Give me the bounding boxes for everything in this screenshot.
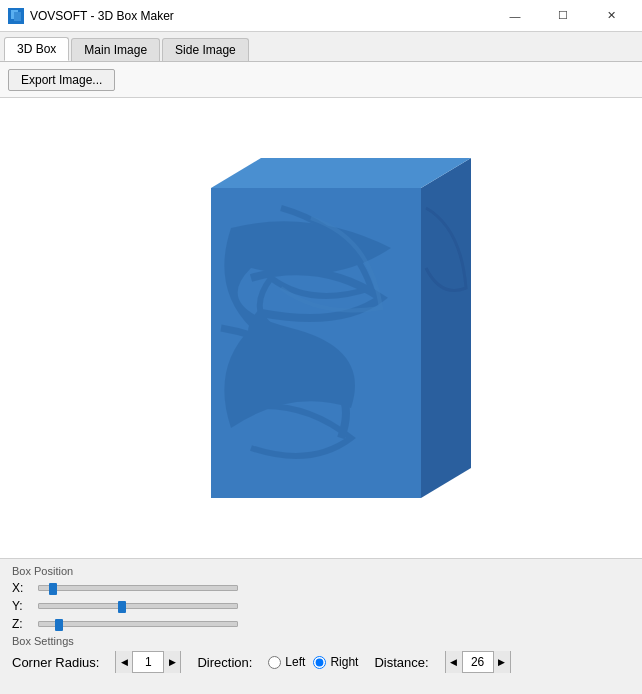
direction-label: Direction: [197, 655, 252, 670]
direction-left-label: Left [285, 655, 305, 669]
canvas-area [0, 98, 642, 558]
corner-radius-value: 1 [132, 651, 164, 673]
distance-label: Distance: [374, 655, 428, 670]
direction-left-radio[interactable] [268, 656, 281, 669]
y-slider-thumb[interactable] [118, 601, 126, 613]
minimize-button[interactable]: — [492, 0, 538, 32]
x-slider[interactable] [38, 585, 238, 591]
window-controls: — ☐ ✕ [492, 0, 634, 32]
box-preview [151, 128, 491, 528]
y-label: Y: [12, 599, 32, 613]
title-bar: VOVSOFT - 3D Box Maker — ☐ ✕ [0, 0, 642, 32]
z-slider-row: Z: [12, 617, 630, 631]
corner-radius-decrease[interactable]: ◀ [116, 651, 132, 673]
distance-spin: ◀ 26 ▶ [445, 651, 511, 673]
direction-radio-group: Left Right [268, 655, 358, 669]
y-slider-row: Y: [12, 599, 630, 613]
z-slider-thumb[interactable] [55, 619, 63, 631]
box-settings-row: Corner Radius: ◀ 1 ▶ Direction: Left Rig… [12, 651, 630, 673]
maximize-button[interactable]: ☐ [540, 0, 586, 32]
box-position-label: Box Position [12, 565, 630, 577]
toolbar: Export Image... [0, 62, 642, 98]
distance-value: 26 [462, 651, 494, 673]
window-title: VOVSOFT - 3D Box Maker [30, 9, 492, 23]
z-slider[interactable] [38, 621, 238, 627]
direction-right-option[interactable]: Right [313, 655, 358, 669]
box-settings-label: Box Settings [12, 635, 630, 647]
x-label: X: [12, 581, 32, 595]
close-button[interactable]: ✕ [588, 0, 634, 32]
svg-rect-2 [14, 12, 21, 21]
corner-radius-increase[interactable]: ▶ [164, 651, 180, 673]
direction-right-radio[interactable] [313, 656, 326, 669]
tab-side-image[interactable]: Side Image [162, 38, 249, 61]
tab-main-image[interactable]: Main Image [71, 38, 160, 61]
x-slider-thumb[interactable] [49, 583, 57, 595]
corner-radius-label: Corner Radius: [12, 655, 99, 670]
distance-decrease[interactable]: ◀ [446, 651, 462, 673]
direction-right-label: Right [330, 655, 358, 669]
tab-3dbox[interactable]: 3D Box [4, 37, 69, 61]
bottom-panel: Box Position X: Y: Z: Box Settings Corne… [0, 558, 642, 679]
direction-left-option[interactable]: Left [268, 655, 305, 669]
corner-radius-spin: ◀ 1 ▶ [115, 651, 181, 673]
app-icon [8, 8, 24, 24]
export-image-button[interactable]: Export Image... [8, 69, 115, 91]
x-slider-row: X: [12, 581, 630, 595]
z-label: Z: [12, 617, 32, 631]
y-slider[interactable] [38, 603, 238, 609]
distance-increase[interactable]: ▶ [494, 651, 510, 673]
tab-bar: 3D Box Main Image Side Image [0, 32, 642, 62]
